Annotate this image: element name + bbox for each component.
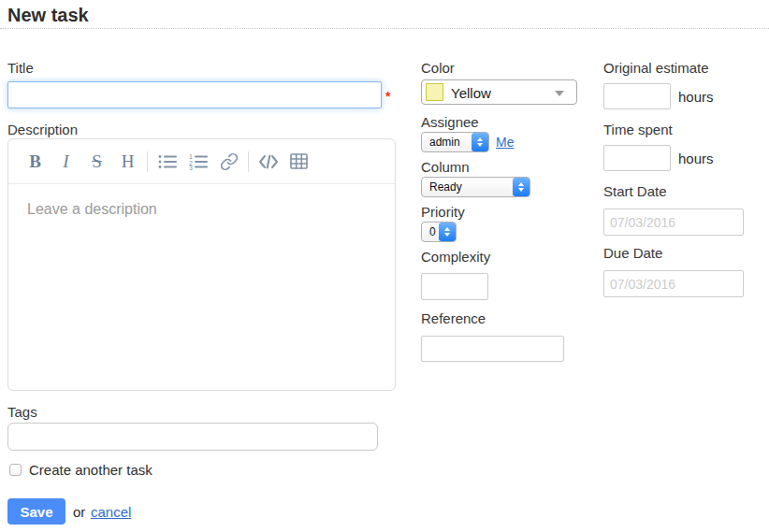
heading-icon: H — [122, 152, 135, 170]
assign-to-me-link[interactable]: Me — [496, 135, 514, 150]
title-input[interactable] — [7, 81, 382, 108]
reference-input[interactable] — [421, 336, 564, 362]
italic-icon: I — [63, 152, 68, 170]
strikethrough-icon: S — [92, 152, 102, 170]
toolbar-separator — [248, 151, 249, 172]
reference-label: Reference — [421, 310, 486, 326]
description-textarea[interactable]: Leave a description — [8, 184, 395, 235]
start-date-label: Start Date — [603, 183, 667, 199]
color-label: Color — [421, 60, 455, 76]
due-date-input[interactable] — [603, 270, 744, 297]
toolbar-separator — [147, 151, 148, 172]
color-swatch — [426, 83, 443, 101]
assignee-selected-value: admin — [429, 136, 460, 149]
chevron-down-icon — [555, 91, 564, 96]
ordered-list-icon: 1 2 3 — [189, 153, 208, 170]
assignee-select[interactable]: admin — [421, 132, 489, 152]
select-stepper-icon — [513, 178, 530, 196]
due-date-label: Due Date — [603, 245, 662, 261]
create-another-checkbox[interactable] — [9, 464, 22, 476]
title-label: Title — [7, 60, 34, 76]
bold-icon: B — [29, 152, 41, 170]
priority-select[interactable]: 0 — [421, 222, 457, 242]
start-date-input[interactable] — [603, 208, 744, 236]
italic-button[interactable]: I — [51, 147, 81, 177]
link-icon — [220, 152, 239, 171]
priority-selected-value: 0 — [429, 225, 436, 238]
tags-label: Tags — [7, 404, 37, 420]
editor-toolbar: B I S H 1 — [8, 139, 395, 184]
assignee-label: Assignee — [421, 114, 479, 130]
original-estimate-label: Original estimate — [603, 60, 709, 76]
column-label: Column — [421, 159, 470, 175]
description-label: Description — [7, 122, 78, 137]
unordered-list-icon — [158, 153, 177, 170]
description-editor[interactable]: B I S H 1 — [7, 138, 396, 391]
table-icon — [290, 153, 308, 169]
column-select[interactable]: Ready — [421, 177, 530, 197]
svg-text:3: 3 — [189, 165, 193, 170]
original-estimate-input[interactable] — [603, 83, 671, 109]
page-title: New task — [7, 5, 89, 26]
color-selected-value: Yellow — [451, 85, 491, 101]
complexity-input[interactable] — [421, 273, 488, 300]
save-button[interactable]: Save — [7, 498, 65, 525]
code-button[interactable] — [253, 147, 283, 177]
cancel-link[interactable]: cancel — [91, 504, 131, 520]
tags-input[interactable] — [7, 423, 378, 451]
or-text: or — [73, 504, 85, 520]
time-spent-label: Time spent — [603, 122, 673, 137]
code-icon — [258, 154, 279, 169]
select-stepper-icon — [439, 223, 456, 241]
unordered-list-button[interactable] — [152, 147, 182, 177]
complexity-label: Complexity — [421, 249, 490, 265]
bold-button[interactable]: B — [20, 147, 51, 177]
priority-label: Priority — [421, 204, 465, 220]
description-placeholder: Leave a description — [27, 201, 157, 217]
heading-button[interactable]: H — [112, 147, 143, 177]
ordered-list-button[interactable]: 1 2 3 — [182, 147, 213, 177]
select-stepper-icon — [472, 133, 488, 151]
time-spent-input[interactable] — [603, 145, 671, 171]
new-task-page: New task Title * Description B I S H — [0, 0, 769, 532]
strikethrough-button[interactable]: S — [81, 147, 112, 177]
required-asterisk: * — [385, 89, 390, 104]
create-another-label[interactable]: Create another task — [29, 462, 152, 478]
link-button[interactable] — [213, 147, 244, 177]
spent-hours-unit: hours — [678, 151, 714, 166]
page-header: New task — [0, 0, 769, 29]
estimate-hours-unit: hours — [678, 89, 714, 105]
color-select[interactable]: Yellow — [421, 79, 577, 105]
table-button[interactable] — [283, 147, 314, 177]
column-selected-value: Ready — [429, 180, 462, 194]
